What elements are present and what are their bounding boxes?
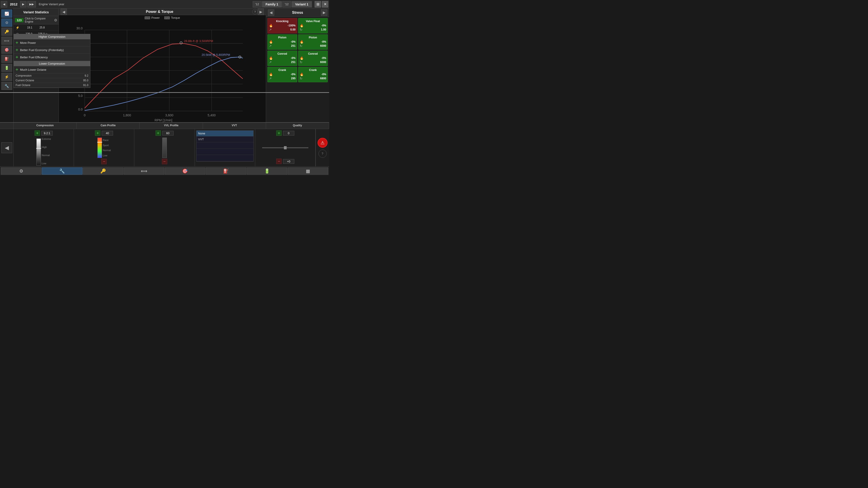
nav-power-btn[interactable]: ⚡ [1,73,12,81]
close-btn[interactable]: ✕ [322,1,328,7]
svg-text:0.0: 0.0 [78,107,83,111]
fuel-octane-info: Fuel Octane 91.0 [14,83,59,88]
valve-float-val-row: ↻ 1.00 [300,28,327,31]
compare-gear-btn[interactable]: ⚙ [54,18,57,22]
back-arrow-btn[interactable]: ◀ [1,142,12,153]
power-swatch [145,17,150,19]
quality-bar[interactable] [262,147,308,148]
nav-engine-btn[interactable]: 🔧 [42,167,82,175]
nav-key-nav-btn[interactable]: 🔑 [83,167,123,175]
quality-value-display: 0 [283,131,294,135]
high-label: High [42,146,51,149]
vvt-vvt-option[interactable]: VVT [196,136,253,142]
nav-span-btn[interactable]: ⟺ [124,167,164,175]
prev-year-btn[interactable]: ◀ [1,1,7,7]
crank-left-val-row: ↗ 295 [269,76,296,80]
nav-rpm-btn[interactable]: 🎯 [165,167,205,175]
compression-control: + 9.2:1 Extreme High Normal Low − [13,129,74,166]
crank-l-flame-icon: 🔥 [269,72,274,76]
conrod-left-pct: -0% [291,57,296,60]
quality-slider-area [256,137,314,159]
crank-left-pct-row: 🔥 -0% [269,72,296,76]
chart-next-btn[interactable]: ▶ [258,8,264,15]
stress-conrod-left-card: Conrod 🔥 -0% ↗ 251 [268,51,297,66]
quality-plus-btn[interactable]: + [276,130,282,136]
knocking-title: Knocking [269,20,296,23]
maximize-btn[interactable]: ⊞ [315,1,321,7]
much-lower-octane-text: Much Lower Octane [20,68,46,71]
nav-grid-btn[interactable]: ▦ [288,167,328,175]
vvl-plus-row: + 60 [156,130,174,136]
cam-slider-container: Race Sport Normal Low [97,138,111,158]
piston-right-pct: -0% [321,40,326,43]
compression-slider-container: Extreme High Normal Low [36,138,51,166]
svg-text:5,400: 5,400 [208,113,216,117]
sport-label: Sport [103,144,111,147]
nav-target-btn[interactable]: 🎯 [1,46,12,54]
chart-legend: Power Torque [59,15,266,20]
fast-forward-btn[interactable]: ▶▶ [27,1,36,7]
cam-profile-label: Cam Profile [76,123,140,129]
alert-btn[interactable]: ⚠ [318,138,328,148]
tag-12-2: '12 [282,1,291,7]
cam-plus-btn[interactable]: + [95,130,100,136]
nav-battery-btn[interactable]: 🔋 [1,64,12,72]
vvt-list: None VVT [196,130,254,162]
crank-right-val: 6800 [320,77,326,80]
quality-label: Quality [266,123,329,129]
piston-right-val: 6000 [320,44,326,47]
legend-power-item: Power [145,16,160,20]
crank-left-pct: -0% [291,73,296,76]
vvt-empty-1 [196,142,253,149]
plus-icon-3: + [16,55,18,60]
vvl-minus-btn[interactable]: − [162,159,167,164]
crank-right-pct-row: 🔥 -0% [300,72,327,76]
conrod-left-title: Conrod [269,52,296,55]
piston-r-flame-icon: 🔥 [300,40,304,43]
cam-slider[interactable] [97,138,102,158]
vvt-none-option[interactable]: None [196,131,253,136]
plus-icon-2: + [16,47,18,53]
valve-float-pct-row: 🔥 -0% [300,24,327,27]
vvl-slider[interactable] [162,138,167,158]
vvl-plus-btn[interactable]: + [156,130,161,136]
quality-minus-row: − +0 [276,159,294,164]
family-1-label[interactable]: Family 1 [262,1,282,7]
bottom-controls-header: Compression Cam Profile VVL Profile VVT … [0,123,329,129]
conrod-right-title: Conrod [300,52,327,55]
nav-expand-btn[interactable]: ⟺ [1,37,12,45]
cam-minus-btn[interactable]: − [101,159,107,164]
nav-key-btn[interactable]: 🔑 [1,28,12,36]
compare-label[interactable]: Click to Compare Engine [25,17,54,23]
nav-battery-nav-btn[interactable]: 🔋 [247,167,287,175]
crank-left-title: Crank [269,68,296,72]
svg-text:3,600: 3,600 [165,113,174,117]
nav-wrench-btn[interactable]: 🔧 [1,82,12,90]
nav-settings-btn[interactable]: ⚙ [1,19,12,27]
nav-fuel-nav-btn[interactable]: ⛽ [206,167,246,175]
stress-conrod-right-card: Conrod 🔥 -0% ↻ 6000 [298,51,328,66]
quality-minus-btn[interactable]: − [276,159,282,164]
stress-valve-float-card: Valve Float 🔥 -0% ↻ 1.00 [298,18,328,33]
next-year-btn[interactable]: ▶ [20,1,26,7]
compression-info: Compression 9.2 [14,73,59,78]
nav-graph-btn[interactable]: 📈 [1,9,12,18]
power-val1: 19.1 [20,26,32,29]
stress-prev-btn[interactable]: ◀ [268,9,274,16]
chart-prev-btn[interactable]: ◀ [61,8,67,15]
nav-overview-btn[interactable]: ⚙ [1,167,41,175]
vvl-slider-container [162,138,167,158]
much-lower-octane-item: + Much Lower Octane [14,66,59,73]
chart-help-btn[interactable]: ? [252,9,258,14]
variant-1-label[interactable]: Variant 1 [291,1,312,7]
stress-crank-left-card: Crank 🔥 -0% ↗ 295 [268,67,297,82]
nav-fuel-btn[interactable]: ⛽ [1,55,12,63]
family-section: '12 Family 1 '12 Variant 1 [253,1,312,7]
help-circle-btn[interactable]: ? [318,150,327,158]
piston-l-flame-icon: 🔥 [269,40,274,43]
bottom-nav-bar: ⚙ 🔧 🔑 ⟺ 🎯 ⛽ 🔋 ▦ [0,166,329,175]
compression-tooltip: Higher Compression + More Power + Better… [13,34,59,88]
compression-slider[interactable] [36,138,41,166]
compression-plus-btn[interactable]: + [35,130,40,136]
stress-next-btn[interactable]: ▶ [321,9,327,16]
